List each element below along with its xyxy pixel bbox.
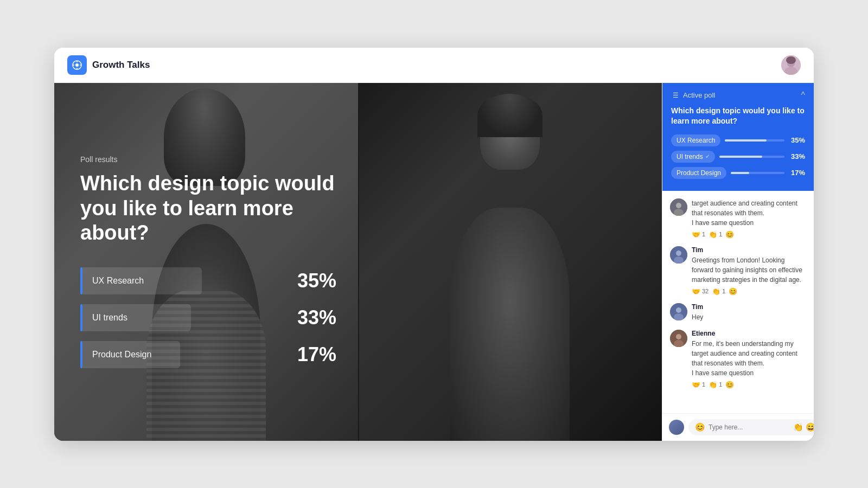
poll-options: UX Research 35% UI trends 33 <box>80 267 341 368</box>
chat-body-4: Etienne For me, it's been understanding … <box>692 330 806 389</box>
reaction-btn-1c[interactable]: 😊 <box>725 230 734 239</box>
poll-result-bar-track-3 <box>731 172 784 174</box>
poll-option-product-design: Product Design 17% <box>80 341 341 368</box>
chat-name-4: Etienne <box>692 330 806 337</box>
input-actions: 👏 😄 🔥 <box>793 422 814 432</box>
poll-result-row-2: UI trends ✔ 33% <box>671 151 805 163</box>
poll-percentage-2: 33% <box>297 306 341 329</box>
chat-avatar-etienne <box>670 330 687 347</box>
poll-result-bar-track-2 <box>719 156 784 158</box>
clap-emoji-button[interactable]: 👏 <box>793 422 803 432</box>
chat-text-4: For me, it's been understanding my targe… <box>692 339 806 368</box>
chat-message-4: Etienne For me, it's been understanding … <box>670 330 806 389</box>
poll-result-label-2: UI trends ✔ <box>671 151 715 163</box>
chat-body-3: Tim Hey <box>692 303 806 322</box>
poll-question: Which design topic would you like to lea… <box>80 171 362 246</box>
poll-option-label-1: UX Research <box>92 276 144 286</box>
chat-reactions-2: 🤝32 👏1 😊 <box>692 287 806 296</box>
poll-bar-ux: UX Research <box>80 267 278 294</box>
poll-bar-bg-2: UI trends <box>82 304 191 331</box>
chat-section: target audience and creating content tha… <box>662 191 814 413</box>
poll-overlay: Poll results Which design topic would yo… <box>54 83 662 441</box>
message-input-wrapper: 😊 👏 😄 🔥 <box>688 419 814 435</box>
input-user-avatar <box>669 420 684 435</box>
chat-message-2: Tim Greetings from London! Looking forwa… <box>670 246 806 296</box>
poll-result-row-1: UX Research 35% <box>671 134 805 146</box>
active-poll-section: ☰ Active poll ^ Which design topic would… <box>662 83 814 191</box>
right-panel: ☰ Active poll ^ Which design topic would… <box>662 83 814 441</box>
reaction-btn-1b[interactable]: 👏1 <box>709 230 722 239</box>
svg-point-11 <box>676 203 681 208</box>
poll-bar-pd: Product Design <box>80 341 278 368</box>
reaction-btn-1a[interactable]: 🤝1 <box>692 230 705 239</box>
poll-bar-bg-1: UX Research <box>82 267 202 294</box>
selected-check-icon: ✔ <box>705 153 710 159</box>
active-poll-question: Which design topic would you like to lea… <box>671 106 805 127</box>
header-left: Growth Talks <box>67 55 150 75</box>
chat-text-3: Hey <box>692 312 806 322</box>
active-poll-badge-label: Active poll <box>683 91 715 99</box>
reaction-btn-2b[interactable]: 👏1 <box>712 287 725 296</box>
app-title: Growth Talks <box>92 60 150 70</box>
collapse-button[interactable]: ^ <box>801 91 805 100</box>
poll-bar-bg-3: Product Design <box>82 341 180 368</box>
chat-text-1: target audience and creating content tha… <box>692 198 806 218</box>
message-input[interactable] <box>709 423 790 431</box>
poll-option-ux-research: UX Research 35% <box>80 267 341 294</box>
reaction-btn-4b[interactable]: 👏1 <box>709 381 722 389</box>
poll-result-pct-2: 33% <box>789 152 805 160</box>
reaction-btn-2c[interactable]: 😊 <box>729 287 737 296</box>
poll-percentage-3: 17% <box>297 343 341 366</box>
video-area: Poll results Which design topic would yo… <box>54 83 662 441</box>
poll-result-row-3: Product Design 17% <box>671 167 805 179</box>
chat-reactions-1: 🤝1 👏1 😊 <box>692 230 806 239</box>
poll-result-label-3: Product Design <box>671 167 726 179</box>
message-input-area: 😊 👏 😄 🔥 <box>662 413 814 441</box>
poll-percentage-1: 35% <box>297 269 341 292</box>
chat-text-2: Greetings from London! Looking forward t… <box>692 255 806 285</box>
active-poll-badge: ☰ Active poll <box>671 91 715 100</box>
chat-highlight-1: I have same question <box>692 218 806 228</box>
poll-option-label-3: Product Design <box>92 350 151 359</box>
chat-reactions-4: 🤝1 👏1 😊 <box>692 381 806 389</box>
poll-result-pct-1: 35% <box>789 136 805 144</box>
poll-option-ui-trends: UI trends 33% <box>80 304 341 331</box>
chat-message-1: target audience and creating content tha… <box>670 198 806 239</box>
svg-point-14 <box>676 251 681 256</box>
emoji-picker-button[interactable]: 😊 <box>695 422 705 432</box>
chat-body-2: Tim Greetings from London! Looking forwa… <box>692 246 806 296</box>
poll-result-bar-fill-3 <box>731 172 749 174</box>
chat-avatar-tim-1 <box>670 246 687 264</box>
poll-bar-ui: UI trends <box>80 304 278 331</box>
reaction-btn-4c[interactable]: 😊 <box>725 381 734 389</box>
svg-point-17 <box>676 307 681 313</box>
chat-highlight-4: I have same question <box>692 368 806 378</box>
chat-body-1: target audience and creating content tha… <box>692 198 806 239</box>
laugh-emoji-button[interactable]: 😄 <box>806 422 814 432</box>
poll-result-bar-fill-1 <box>725 139 767 142</box>
poll-label: Poll results <box>80 155 636 164</box>
main-content: Poll results Which design topic would yo… <box>54 83 814 441</box>
header: Growth Talks <box>54 48 814 83</box>
poll-icon: ☰ <box>671 91 680 100</box>
chat-avatar-unknown <box>670 198 687 216</box>
poll-result-bar-track-1 <box>725 139 784 142</box>
svg-point-9 <box>786 56 796 64</box>
chat-name-3: Tim <box>692 303 806 311</box>
poll-result-bar-fill-2 <box>719 156 762 158</box>
chat-message-3: Tim Hey <box>670 303 806 322</box>
svg-point-20 <box>676 334 681 339</box>
chat-avatar-tim-2 <box>670 303 687 320</box>
chat-name-2: Tim <box>692 246 806 254</box>
poll-option-label-2: UI trends <box>92 313 127 323</box>
app-window: Growth Talks <box>54 48 814 441</box>
poll-result-pct-3: 17% <box>789 169 805 177</box>
svg-point-1 <box>75 63 79 67</box>
user-avatar[interactable] <box>781 55 801 75</box>
poll-result-label-1: UX Research <box>671 134 720 146</box>
reaction-btn-4a[interactable]: 🤝1 <box>692 381 705 389</box>
app-logo <box>67 55 87 75</box>
reaction-btn-2a[interactable]: 🤝32 <box>692 287 709 296</box>
active-poll-header: ☰ Active poll ^ <box>671 91 805 100</box>
